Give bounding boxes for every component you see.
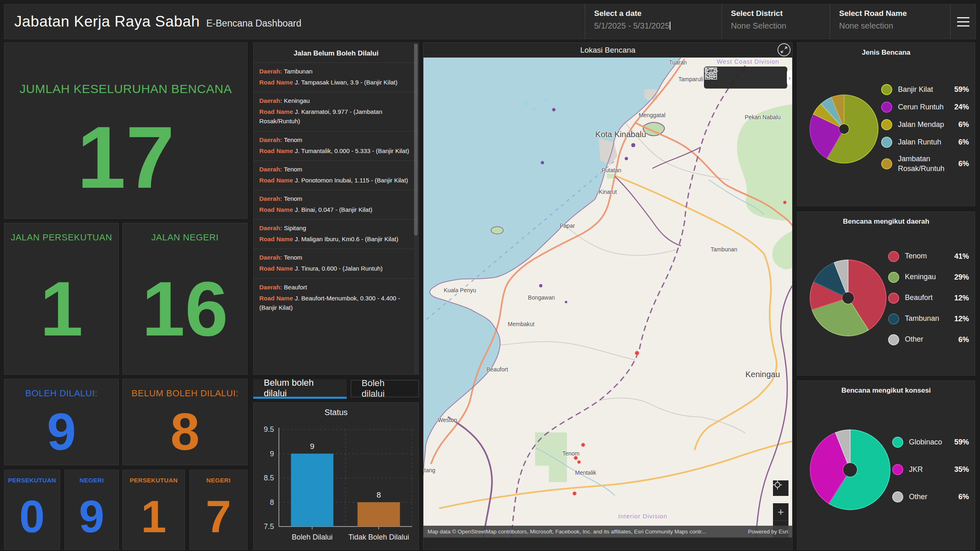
kpi-passable-federal-panel: PERSEKUTUAN 0 (4, 470, 60, 550)
legend-row-tenom[interactable]: Tenom41% (888, 251, 969, 262)
legend-row-tambunan[interactable]: Tambunan12% (888, 313, 969, 324)
scrollbar-thumb[interactable] (414, 44, 418, 236)
legend-label: Tambunan (905, 314, 951, 323)
map-panel: Lokasi Bencana (423, 42, 793, 550)
road-list-items: Daerah: TambunanRoad Name J. Tampasak Li… (254, 62, 419, 317)
status-chart-title: Status (254, 403, 419, 417)
legend-percent: 6% (958, 138, 969, 147)
legend-label: Beaufort (905, 293, 951, 302)
map-title: Lokasi Bencana (423, 43, 792, 58)
kpi-not-passable-state-label: NEGERI (206, 477, 230, 484)
legend-row-jkr[interactable]: JKR35% (892, 464, 969, 475)
jenis-bencana-pie (808, 93, 880, 165)
kpi-passable-state-panel: NEGERI 9 (65, 470, 119, 550)
legend-row-beaufort[interactable]: Beaufort12% (888, 293, 969, 304)
road-list-item[interactable]: Daerah: BeaufortRoad Name J. Beaufort-Me… (254, 278, 419, 317)
kpi-federal-panel: JALAN PERSEKUTUAN 1 (4, 223, 119, 375)
map-canvas[interactable]: TuaranTamparuliWest Coast DivisionMengga… (423, 58, 792, 538)
road-name-label: Road Name (259, 236, 293, 242)
legend-row-banjir-kilat[interactable]: Banjir Kilat59% (881, 84, 969, 95)
status-chart-panel: Status 9.598.587.59Boleh Dilalui8Tidak B… (253, 402, 419, 550)
map-toolbar (704, 67, 787, 89)
road-name-label: Road Name (259, 147, 293, 154)
map-titlebar: Lokasi Bencana (423, 43, 792, 58)
kpi-federal-value: 1 (40, 243, 83, 374)
legend-row-jalan-mendap[interactable]: Jalan Mendap6% (881, 119, 969, 130)
legend-row-jambatan-rosak-runtuh[interactable]: Jambatan Rosak/Runtuh6% (881, 154, 969, 173)
locate-icon[interactable] (773, 480, 788, 496)
legend-percent: 59% (954, 438, 969, 447)
legend-row-globinaco[interactable]: Globinaco59% (892, 437, 969, 448)
legend-row-other[interactable]: Other6% (888, 334, 969, 345)
kpi-not-passable-federal-panel: PERSEKUTUAN 1 (122, 470, 185, 550)
kpi-total-panel: JUMLAH KESELURUHAN BENCANA 17 (4, 42, 247, 219)
road-list-title: Jalan Belum Boleh Dilalui (254, 43, 419, 62)
incident-dot[interactable] (572, 491, 577, 495)
kpi-total-label: JUMLAH KESELURUHAN BENCANA (20, 82, 232, 96)
incident-dot[interactable] (783, 201, 786, 204)
date-filter[interactable]: Select a date 5/1/2025 - 5/31/2025 (585, 4, 722, 39)
date-filter-value[interactable]: 5/1/2025 - 5/31/2025 (594, 21, 713, 31)
incident-dot[interactable] (581, 443, 585, 447)
road-filter-value[interactable]: None selection (839, 21, 941, 31)
legend-row-cerun-runtuh[interactable]: Cerun Runtuh24% (881, 102, 969, 113)
road-name-value: J. Tampasak Liwan, 3.9 - (Banjir Kilat) (295, 79, 398, 86)
kpi-passable-state-value: 9 (79, 484, 104, 549)
road-name-value: J. Tumantalik, 0.000 - 5.333 - (Banjir K… (295, 147, 409, 154)
bencana-daerah-title: Bencana mengikut daerah (797, 212, 975, 226)
tab-boleh-dilalui[interactable]: Boleh dilalui (351, 380, 419, 397)
road-list-item[interactable]: Daerah: TenomRoad Name J. Ponotomon Inub… (254, 160, 419, 190)
kpi-not-passable-federal-value: 1 (141, 484, 166, 549)
status-tabs: Belum boleh dilalui Boleh dilalui (253, 379, 419, 399)
legend-percent: 12% (954, 315, 969, 323)
road-list-item[interactable]: Daerah: TenomRoad Name J. Tinura, 0.600 … (254, 249, 419, 278)
incident-dot[interactable] (577, 460, 581, 464)
powered-by-esri: Powered by Esri (748, 529, 788, 535)
attribution-text: Map data © OpenStreetMap contributors, M… (428, 529, 706, 535)
road-filter[interactable]: Select Road Name None selection (830, 4, 950, 39)
legend-percent: 59% (954, 85, 969, 94)
road-list-item[interactable]: Daerah: KeningauRoad Name J. Karamatoi, … (254, 92, 419, 131)
road-name-label: Road Name (259, 108, 293, 115)
legend-swatch (892, 437, 903, 448)
legend-percent: 29% (954, 273, 969, 282)
scrollbar-track[interactable] (414, 44, 418, 374)
toolbar-collapse-icon[interactable]: › (787, 71, 792, 84)
daerah-value: Tambunan (284, 68, 312, 75)
expand-icon[interactable] (777, 43, 791, 56)
legend-swatch (888, 251, 899, 262)
district-filter[interactable]: Select District None Selection (722, 4, 830, 39)
legend-label: Globinaco (909, 438, 951, 447)
kpi-not-passable-state-panel: NEGERI 7 (189, 470, 247, 550)
road-list-item[interactable]: Daerah: SipitangRoad Name J. Maligan Ibu… (254, 219, 419, 249)
legend-row-jalan-runtuh[interactable]: Jalan Runtuh6% (881, 137, 969, 148)
zoom-in-button[interactable]: + (773, 503, 788, 521)
legend-row-keningau[interactable]: Keningau29% (888, 272, 969, 283)
legend-swatch (881, 137, 892, 148)
legend-label: Jambatan Rosak/Runtuh (898, 154, 955, 173)
legend-row-other[interactable]: Other6% (892, 491, 969, 502)
incident-dot[interactable] (574, 456, 578, 460)
text-cursor (670, 22, 670, 30)
hamburger-menu-icon[interactable] (950, 4, 976, 39)
bar-tidak-boleh-dilalui[interactable] (358, 502, 400, 527)
x-category-label: Tidak Boleh Dilalui (348, 533, 409, 541)
legend-label: Cerun Runtuh (898, 102, 951, 112)
road-name-value: J. Ponotomon Inubai, 1.115 - (Banjir Kil… (295, 177, 408, 184)
basemap-gallery-icon[interactable] (704, 67, 718, 80)
bencana-konsesi-pie (808, 428, 892, 512)
road-list-item[interactable]: Daerah: TambunanRoad Name J. Tampasak Li… (254, 62, 419, 92)
legend-percent: 6% (958, 160, 969, 168)
tab-belum-boleh-dilalui[interactable]: Belum boleh dilalui (253, 379, 347, 399)
bencana-konsesi-legend: Globinaco59%JKR35%Other6% (892, 437, 969, 502)
y-tick-label: 8 (270, 498, 274, 507)
road-list-item[interactable]: Daerah: TenomRoad Name J. Binai, 0.047 -… (254, 190, 419, 219)
kpi-passable-federal-value: 0 (19, 484, 45, 549)
legend-label: Jalan Mendap (898, 120, 955, 129)
district-filter-value[interactable]: None Selection (731, 21, 821, 31)
incident-dot[interactable] (635, 351, 639, 355)
legend-swatch (888, 334, 899, 345)
road-list-item[interactable]: Daerah: TenomRoad Name J. Tumantalik, 0.… (254, 131, 419, 160)
bar-boleh-dilalui[interactable] (291, 454, 334, 527)
daerah-label: Daerah: (259, 136, 282, 143)
